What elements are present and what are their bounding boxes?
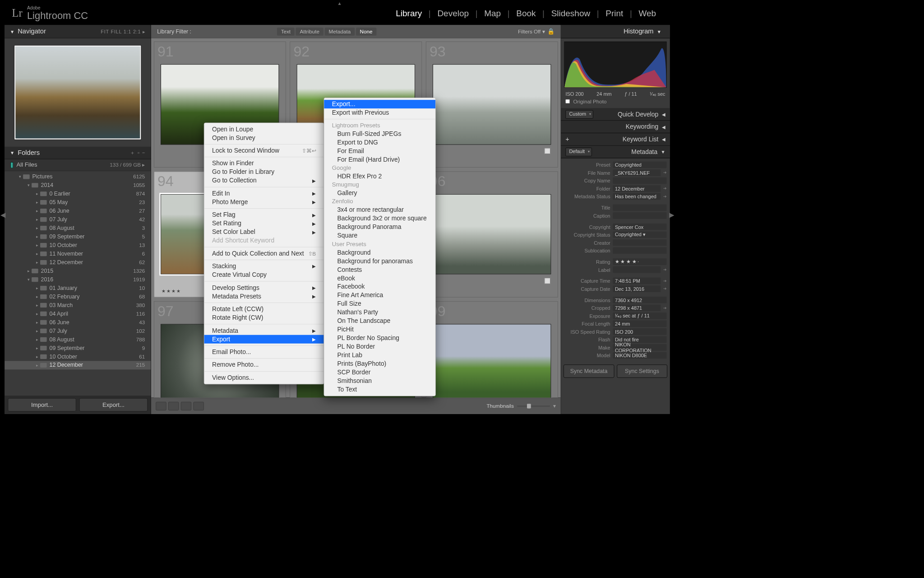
grid-cell[interactable]: 93 — [426, 42, 558, 168]
menu-item[interactable]: To Text — [324, 385, 435, 394]
menu-item[interactable]: Background for panoramas — [324, 257, 435, 266]
menu-item[interactable]: Background — [324, 248, 435, 257]
metadata-value[interactable] — [613, 205, 667, 211]
menu-item[interactable]: Stacking▶ — [204, 262, 324, 270]
folder-row[interactable]: ▸04 April116 — [5, 309, 151, 318]
filter-tab-metadata[interactable]: Metadata — [325, 28, 355, 36]
goto-arrow-icon[interactable]: ➔ — [663, 286, 666, 291]
metadata-value[interactable] — [613, 239, 667, 246]
top-collapse-arrow[interactable]: ▲ — [337, 0, 342, 6]
loupe-view-button[interactable] — [168, 402, 179, 410]
folder-row[interactable]: ▸06 June43 — [5, 318, 151, 326]
folder-row[interactable]: ▸08 August788 — [5, 335, 151, 344]
menu-item[interactable]: Add to Quick Collection and Next⇧B — [204, 249, 324, 258]
metadata-value[interactable]: Copyrighted ▾ — [613, 231, 667, 238]
module-library[interactable]: Library — [389, 8, 429, 19]
folder-row[interactable]: ▸20151326 — [5, 267, 151, 275]
metadata-value[interactable]: Spencer Cox — [613, 224, 667, 230]
survey-view-button[interactable] — [194, 402, 204, 410]
menu-item[interactable]: View Options... — [204, 373, 324, 382]
goto-arrow-icon[interactable]: ➔ — [663, 267, 666, 272]
menu-item[interactable]: Facebook — [324, 283, 435, 291]
folder-row[interactable]: ▸03 March380 — [5, 301, 151, 309]
menu-item[interactable]: Burn Full-Sized JPEGs — [324, 130, 435, 138]
menu-item[interactable]: eBook — [324, 274, 435, 283]
menu-item[interactable]: Smithsonian — [324, 377, 435, 385]
folder-row[interactable]: ▸12 December62 — [5, 258, 151, 267]
menu-item[interactable]: Print Lab — [324, 351, 435, 359]
original-photo-checkbox[interactable] — [565, 99, 569, 103]
folder-row[interactable]: ▾20141055 — [5, 181, 151, 190]
navigator-preview[interactable] — [5, 38, 151, 147]
original-photo-toggle[interactable]: Original Photo — [561, 99, 670, 108]
folder-row[interactable]: ▸09 September5 — [5, 233, 151, 241]
metadata-value[interactable] — [613, 247, 667, 254]
menu-item[interactable]: Photo Merge▶ — [204, 198, 324, 206]
keyword-list-header[interactable]: + Keyword List◀ — [561, 133, 670, 146]
menu-item[interactable]: SCP Border — [324, 368, 435, 377]
folder-row[interactable]: ▾20161919 — [5, 275, 151, 284]
menu-item[interactable]: Full Size — [324, 300, 435, 308]
metadata-header[interactable]: Default Metadata▼ — [561, 146, 670, 158]
filter-tab-attribute[interactable]: Attribute — [296, 28, 323, 36]
export-button[interactable]: Export... — [79, 398, 148, 411]
menu-item[interactable]: PicHit — [324, 326, 435, 334]
folder-row[interactable]: ▸06 June27 — [5, 207, 151, 215]
folders-header[interactable]: ▼ Folders ＋ ▫ − — [5, 147, 151, 159]
menu-item[interactable]: Background Panorama — [324, 223, 435, 231]
metadata-value[interactable]: Has been changed — [613, 193, 661, 200]
metadata-value[interactable] — [613, 212, 667, 219]
metadata-value[interactable]: _SKY6291.NEF — [613, 169, 661, 176]
thumbnail-size-slider[interactable] — [517, 406, 550, 407]
folder-row[interactable]: ▸01 January10 — [5, 284, 151, 293]
import-button[interactable]: Import... — [8, 398, 76, 411]
goto-arrow-icon[interactable]: ➔ — [663, 170, 666, 175]
sync-settings-button[interactable]: Sync Settings — [617, 364, 667, 378]
menu-item[interactable]: Set Flag▶ — [204, 210, 324, 219]
menu-item[interactable]: PL Border No Spacing — [324, 334, 435, 342]
menu-item[interactable]: Square — [324, 231, 435, 240]
metadata-value[interactable]: 12 December — [613, 185, 661, 192]
grid-view-button[interactable] — [156, 402, 166, 410]
histogram-header[interactable]: Histogram ▼ — [561, 25, 670, 38]
menu-item[interactable]: Metadata▶ — [204, 326, 324, 335]
filter-tab-text[interactable]: Text — [277, 28, 295, 36]
goto-arrow-icon[interactable]: ➔ — [663, 194, 666, 199]
menu-item[interactable]: Contests — [324, 266, 435, 274]
compare-view-button[interactable] — [181, 402, 191, 410]
metadata-value[interactable]: NIKON D800E — [613, 352, 667, 359]
folders-tools[interactable]: ＋ ▫ − — [130, 149, 146, 156]
metadata-value[interactable]: ¹⁄₄₀ sec at ƒ / 11 — [613, 312, 667, 319]
folder-row[interactable]: ▸07 July102 — [5, 326, 151, 335]
menu-item[interactable]: On The Landscape — [324, 317, 435, 326]
folder-row[interactable]: ▸09 September9 — [5, 344, 151, 352]
folder-row[interactable]: ▸05 May23 — [5, 198, 151, 207]
metadata-value[interactable]: NIKON CORPORATION — [613, 344, 667, 351]
metadata-set-combo[interactable]: Default — [565, 148, 591, 156]
module-map[interactable]: Map — [478, 8, 508, 19]
menu-item[interactable]: Prints (BayPhoto) — [324, 359, 435, 368]
menu-item[interactable]: Edit In▶ — [204, 189, 324, 198]
metadata-value[interactable]: 7360 x 4912 — [613, 297, 667, 303]
module-develop[interactable]: Develop — [431, 8, 476, 19]
menu-item[interactable]: Metadata Presets▶ — [204, 292, 324, 301]
menu-item[interactable]: Go to Folder in Library — [204, 168, 324, 177]
folder-row[interactable]: ▸12 December215 — [5, 361, 151, 369]
module-print[interactable]: Print — [599, 8, 630, 19]
metadata-value[interactable] — [613, 177, 667, 184]
navigator-zoom-options[interactable]: FIT FILL 1:1 2:1 ▸ — [101, 28, 145, 34]
folder-row[interactable]: ▾Pictures6125 — [5, 172, 151, 181]
folder-row[interactable]: ▸10 October61 — [5, 352, 151, 361]
menu-item[interactable]: PL No Border — [324, 342, 435, 351]
menu-item[interactable]: Set Color Label▶ — [204, 228, 324, 236]
menu-item[interactable]: Export... — [324, 100, 435, 108]
menu-item[interactable]: Background 3x2 or more square — [324, 214, 435, 223]
metadata-value[interactable] — [613, 266, 661, 273]
menu-item[interactable]: Go to Collection▶ — [204, 177, 324, 185]
keywording-header[interactable]: Keywording◀ — [561, 121, 670, 133]
lock-icon[interactable]: 🔒 — [547, 28, 554, 35]
metadata-value[interactable]: 24 mm — [613, 321, 667, 327]
grid-cell[interactable]: 99 — [426, 301, 558, 397]
left-panel-collapse[interactable]: ◀ — [0, 211, 5, 219]
sync-metadata-button[interactable]: Sync Metadata — [564, 364, 614, 378]
